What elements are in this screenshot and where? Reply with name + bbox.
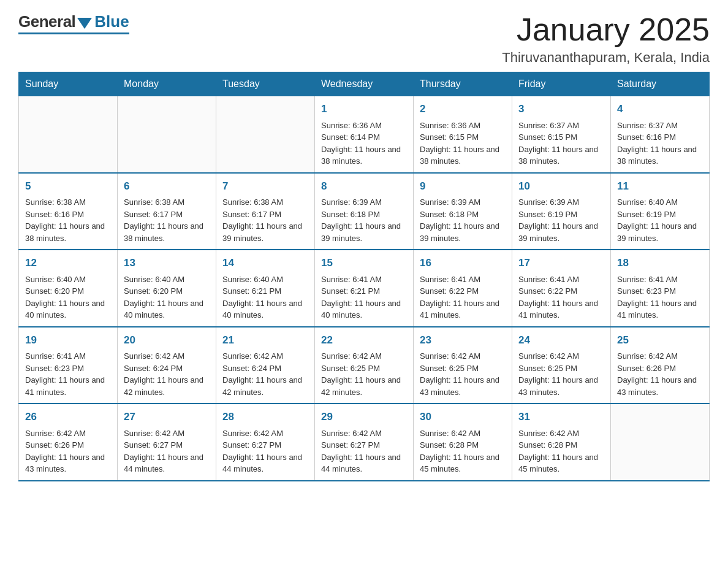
day-info-line: Daylight: 11 hours and 45 minutes.	[518, 451, 604, 475]
day-number: 15	[321, 255, 407, 271]
day-info-line: Daylight: 11 hours and 40 minutes.	[222, 297, 308, 321]
day-info-line: Sunset: 6:14 PM	[321, 131, 407, 144]
day-of-week-header: Sunday	[19, 72, 118, 96]
day-info-line: Sunset: 6:24 PM	[124, 362, 210, 375]
day-info-line: Daylight: 11 hours and 41 minutes.	[25, 374, 111, 398]
calendar-cell: 7Sunrise: 6:38 AMSunset: 6:17 PMDaylight…	[216, 173, 315, 250]
day-info-line: Sunset: 6:17 PM	[222, 209, 308, 221]
day-info-line: Daylight: 11 hours and 42 minutes.	[321, 374, 407, 398]
day-number: 14	[222, 255, 308, 271]
day-number: 13	[124, 255, 210, 271]
month-title: January 2025	[502, 12, 710, 47]
day-info-line: Sunset: 6:25 PM	[321, 362, 407, 375]
day-info-line: Sunrise: 6:42 AM	[124, 427, 210, 440]
day-number: 28	[222, 409, 308, 425]
day-info-line: Daylight: 11 hours and 38 minutes.	[617, 144, 703, 167]
day-number: 27	[124, 409, 210, 425]
day-info-line: Sunrise: 6:40 AM	[222, 274, 308, 286]
calendar-header-row: SundayMondayTuesdayWednesdayThursdayFrid…	[19, 72, 710, 96]
day-number: 19	[25, 332, 111, 348]
day-info-line: Sunrise: 6:41 AM	[518, 274, 604, 286]
calendar-cell	[216, 96, 315, 173]
day-info-line: Daylight: 11 hours and 39 minutes.	[518, 220, 604, 244]
calendar-cell: 20Sunrise: 6:42 AMSunset: 6:24 PMDayligh…	[118, 327, 216, 404]
calendar-cell	[118, 96, 216, 173]
day-info-line: Sunrise: 6:38 AM	[25, 196, 111, 209]
day-info-line: Sunset: 6:21 PM	[321, 285, 407, 297]
day-info-line: Sunrise: 6:39 AM	[420, 196, 506, 209]
day-info-line: Sunset: 6:22 PM	[518, 285, 604, 297]
title-area: January 2025 Thiruvananthapuram, Kerala,…	[502, 12, 710, 66]
day-info-line: Sunset: 6:24 PM	[222, 362, 308, 375]
day-info-line: Daylight: 11 hours and 41 minutes.	[518, 297, 604, 321]
day-info-line: Daylight: 11 hours and 41 minutes.	[420, 297, 506, 321]
day-info-line: Daylight: 11 hours and 39 minutes.	[222, 220, 308, 244]
day-info-line: Sunset: 6:25 PM	[518, 362, 604, 375]
day-info-line: Sunrise: 6:38 AM	[222, 196, 308, 209]
day-number: 10	[518, 178, 604, 194]
day-number: 7	[222, 178, 308, 194]
day-info-line: Sunset: 6:16 PM	[617, 131, 703, 144]
page-header: General Blue January 2025 Thiruvananthap…	[18, 12, 710, 66]
day-info-line: Daylight: 11 hours and 41 minutes.	[617, 297, 703, 321]
day-info-line: Daylight: 11 hours and 40 minutes.	[124, 297, 210, 321]
day-info-line: Daylight: 11 hours and 38 minutes.	[25, 220, 111, 244]
day-info-line: Sunrise: 6:42 AM	[222, 350, 308, 362]
day-info-line: Sunset: 6:18 PM	[321, 209, 407, 221]
day-info-line: Sunrise: 6:42 AM	[420, 350, 506, 362]
day-info-line: Sunrise: 6:40 AM	[25, 274, 111, 286]
day-info-line: Daylight: 11 hours and 39 minutes.	[420, 220, 506, 244]
day-number: 31	[518, 409, 604, 425]
calendar-table: SundayMondayTuesdayWednesdayThursdayFrid…	[18, 72, 710, 481]
calendar-week-row: 1Sunrise: 6:36 AMSunset: 6:14 PMDaylight…	[19, 96, 710, 173]
day-info-line: Sunrise: 6:40 AM	[124, 274, 210, 286]
calendar-cell: 30Sunrise: 6:42 AMSunset: 6:28 PMDayligh…	[414, 404, 512, 481]
day-number: 25	[617, 332, 703, 348]
day-info-line: Sunset: 6:22 PM	[420, 285, 506, 297]
calendar-cell	[611, 404, 710, 481]
calendar-cell: 6Sunrise: 6:38 AMSunset: 6:17 PMDaylight…	[118, 173, 216, 250]
day-info-line: Daylight: 11 hours and 44 minutes.	[124, 451, 210, 475]
day-number: 23	[420, 332, 506, 348]
day-info-line: Sunrise: 6:42 AM	[321, 350, 407, 362]
day-info-line: Sunset: 6:20 PM	[25, 285, 111, 297]
day-info-line: Sunrise: 6:38 AM	[124, 196, 210, 209]
day-number: 2	[420, 101, 506, 117]
day-of-week-header: Saturday	[611, 72, 710, 96]
logo-blue-text: Blue	[94, 12, 129, 31]
day-info-line: Sunrise: 6:42 AM	[321, 427, 407, 440]
day-info-line: Sunset: 6:20 PM	[124, 285, 210, 297]
day-number: 16	[420, 255, 506, 271]
calendar-cell: 5Sunrise: 6:38 AMSunset: 6:16 PMDaylight…	[19, 173, 118, 250]
calendar-cell: 19Sunrise: 6:41 AMSunset: 6:23 PMDayligh…	[19, 327, 118, 404]
day-info-line: Sunrise: 6:42 AM	[25, 427, 111, 440]
day-info-line: Sunset: 6:23 PM	[25, 362, 111, 375]
location-label: Thiruvananthapuram, Kerala, India	[502, 50, 710, 66]
day-info-line: Daylight: 11 hours and 44 minutes.	[321, 451, 407, 475]
day-info-line: Sunrise: 6:41 AM	[617, 274, 703, 286]
day-info-line: Daylight: 11 hours and 38 minutes.	[518, 144, 604, 167]
day-info-line: Daylight: 11 hours and 43 minutes.	[518, 374, 604, 398]
day-info-line: Sunrise: 6:41 AM	[25, 350, 111, 362]
day-info-line: Sunset: 6:28 PM	[518, 439, 604, 451]
calendar-cell: 18Sunrise: 6:41 AMSunset: 6:23 PMDayligh…	[611, 250, 710, 327]
calendar-week-row: 5Sunrise: 6:38 AMSunset: 6:16 PMDaylight…	[19, 173, 710, 250]
day-info-line: Sunrise: 6:39 AM	[321, 196, 407, 209]
day-number: 21	[222, 332, 308, 348]
day-info-line: Sunset: 6:25 PM	[420, 362, 506, 375]
day-info-line: Sunset: 6:18 PM	[420, 209, 506, 221]
logo-arrow-icon	[77, 18, 92, 29]
day-info-line: Sunset: 6:26 PM	[25, 439, 111, 451]
day-info-line: Sunrise: 6:37 AM	[518, 120, 604, 132]
day-info-line: Sunset: 6:27 PM	[321, 439, 407, 451]
day-info-line: Daylight: 11 hours and 42 minutes.	[124, 374, 210, 398]
calendar-cell: 12Sunrise: 6:40 AMSunset: 6:20 PMDayligh…	[19, 250, 118, 327]
day-info-line: Sunset: 6:17 PM	[124, 209, 210, 221]
day-info-line: Daylight: 11 hours and 42 minutes.	[222, 374, 308, 398]
calendar-cell: 21Sunrise: 6:42 AMSunset: 6:24 PMDayligh…	[216, 327, 315, 404]
calendar-cell: 23Sunrise: 6:42 AMSunset: 6:25 PMDayligh…	[414, 327, 512, 404]
calendar-week-row: 19Sunrise: 6:41 AMSunset: 6:23 PMDayligh…	[19, 327, 710, 404]
calendar-cell: 17Sunrise: 6:41 AMSunset: 6:22 PMDayligh…	[512, 250, 611, 327]
day-number: 8	[321, 178, 407, 194]
day-info-line: Sunset: 6:27 PM	[124, 439, 210, 451]
